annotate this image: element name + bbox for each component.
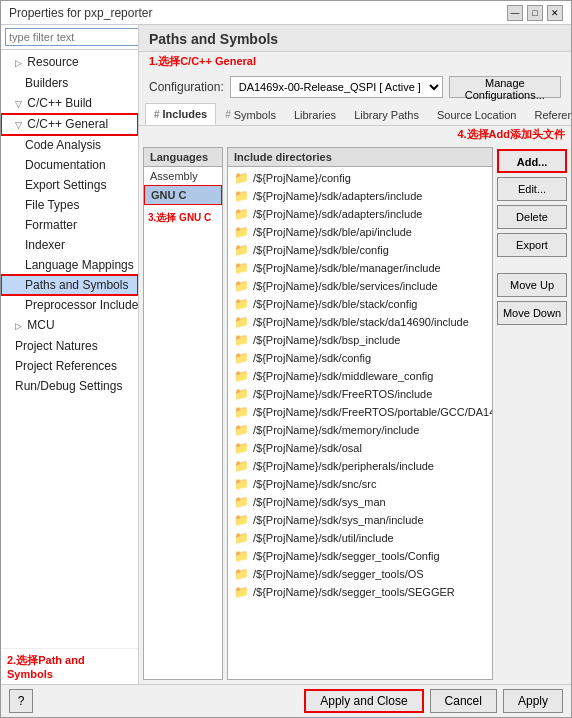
tree-item-formatter[interactable]: Formatter [1,215,138,235]
folder-icon: 📁 [234,206,249,222]
tree-item-paths-and-symbols[interactable]: Paths and Symbols [1,275,138,295]
list-item[interactable]: 📁/${ProjName}/sdk/segger_tools/SEGGER [228,583,492,601]
buttons-panel: Add... Edit... Delete Export Move Up Mov… [497,147,567,680]
tree-item-cpp-build[interactable]: ▽ C/C++ Build [1,93,138,114]
tab-references[interactable]: References [525,104,571,125]
tree-item-cpp-general[interactable]: ▽ C/C++ General [1,114,138,135]
export-button[interactable]: Export [497,233,567,257]
list-item[interactable]: 📁/${ProjName}/sdk/ble/manager/include [228,259,492,277]
tab-symbols[interactable]: # Symbols [216,104,285,125]
tab-includes-label: Includes [163,108,208,120]
list-item[interactable]: 📁/${ProjName}/sdk/osal [228,439,492,457]
list-item[interactable]: 📁/${ProjName}/config [228,169,492,187]
annotation-step2: 2.选择Path and Symbols [1,648,138,684]
tab-libraries[interactable]: Libraries [285,104,345,125]
config-label: Configuration: [149,80,224,94]
main-pane: Languages Assembly GNU C 3.选择 GNU C Incl… [139,143,571,684]
list-item[interactable]: 📁/${ProjName}/sdk/ble/api/include [228,223,492,241]
tree-item-project-references[interactable]: Project References [1,356,138,376]
lang-item-gnu-c[interactable]: GNU C [144,185,222,205]
languages-panel: Languages Assembly GNU C 3.选择 GNU C [143,147,223,680]
annotation-step1: 1.选择C/C++ General [139,52,571,71]
folder-icon: 📁 [234,404,249,420]
list-item[interactable]: 📁/${ProjName}/sdk/util/include [228,529,492,547]
tree-item-preprocessor-include[interactable]: Preprocessor Include [1,295,138,315]
add-button[interactable]: Add... [497,149,567,173]
annotation-step4: 4.选择Add添加头文件 [139,126,571,143]
folder-icon: 📁 [234,188,249,204]
list-item[interactable]: 📁/${ProjName}/sdk/sys_man/include [228,511,492,529]
title-bar: Properties for pxp_reporter — □ ✕ [1,1,571,25]
list-item[interactable]: 📁/${ProjName}/sdk/bsp_include [228,331,492,349]
tab-includes[interactable]: # Includes [145,103,216,125]
includes-panel: Include directories 📁/${ProjName}/config… [227,147,493,680]
apply-button[interactable]: Apply [503,689,563,713]
folder-icon: 📁 [234,296,249,312]
tab-library-paths-label: Library Paths [354,109,419,121]
tree-item-language-mappings[interactable]: Language Mappings [1,255,138,275]
list-item[interactable]: 📁/${ProjName}/sdk/ble/config [228,241,492,259]
list-item[interactable]: 📁/${ProjName}/sdk/segger_tools/Config [228,547,492,565]
folder-icon: 📁 [234,278,249,294]
includes-list: 📁/${ProjName}/config 📁/${ProjName}/sdk/a… [228,167,492,679]
tree-item-mcu[interactable]: ▷ MCU [1,315,138,336]
maximize-button[interactable]: □ [527,5,543,21]
list-item[interactable]: 📁/${ProjName}/sdk/middleware_config [228,367,492,385]
tab-references-label: References [534,109,571,121]
folder-icon: 📁 [234,584,249,600]
delete-button[interactable]: Delete [497,205,567,229]
close-button[interactable]: ✕ [547,5,563,21]
tab-source-location[interactable]: Source Location [428,104,526,125]
folder-icon: 📁 [234,332,249,348]
list-item[interactable]: 📁/${ProjName}/sdk/config [228,349,492,367]
tree-item-run-debug-settings[interactable]: Run/Debug Settings [1,376,138,396]
tree-item-file-types[interactable]: File Types [1,195,138,215]
list-item[interactable]: 📁/${ProjName}/sdk/sys_man [228,493,492,511]
config-row: Configuration: DA1469x-00-Release_QSPI [… [139,71,571,103]
list-item[interactable]: 📁/${ProjName}/sdk/adapters/include [228,205,492,223]
includes-header: Include directories [228,148,492,167]
list-item[interactable]: 📁/${ProjName}/sdk/peripherals/include [228,457,492,475]
tree-item-project-natures[interactable]: Project Natures [1,336,138,356]
list-item[interactable]: 📁/${ProjName}/sdk/ble/stack/da14690/incl… [228,313,492,331]
folder-icon: 📁 [234,422,249,438]
manage-configurations-button[interactable]: Manage Configurations... [449,76,561,98]
symbols-tab-icon: # [225,109,231,120]
tab-library-paths[interactable]: Library Paths [345,104,428,125]
languages-header: Languages [144,148,222,167]
move-down-button[interactable]: Move Down [497,301,567,325]
tree-item-indexer[interactable]: Indexer [1,235,138,255]
tree-item-export-settings[interactable]: Export Settings [1,175,138,195]
tree-item-documentation[interactable]: Documentation [1,155,138,175]
config-select[interactable]: DA1469x-00-Release_QSPI [ Active ] [230,76,443,98]
list-item[interactable]: 📁/${ProjName}/sdk/FreeRTOS/portable/GCC/… [228,403,492,421]
tree-item-builders[interactable]: Builders [1,73,138,93]
list-item[interactable]: 📁/${ProjName}/sdk/FreeRTOS/include [228,385,492,403]
bottom-bar: ? Apply and Close Cancel Apply [1,684,571,717]
properties-window: Properties for pxp_reporter — □ ✕ × ▷ Re… [0,0,572,718]
list-item[interactable]: 📁/${ProjName}/sdk/memory/include [228,421,492,439]
folder-icon: 📁 [234,494,249,510]
panel-title: Paths and Symbols [139,25,571,52]
edit-button[interactable]: Edit... [497,177,567,201]
tree-item-resource[interactable]: ▷ Resource [1,52,138,73]
filter-input[interactable] [5,28,139,46]
folder-icon: 📁 [234,458,249,474]
list-item[interactable]: 📁/${ProjName}/sdk/ble/stack/config [228,295,492,313]
help-button[interactable]: ? [9,689,33,713]
apply-and-close-button[interactable]: Apply and Close [304,689,423,713]
tree-item-code-analysis[interactable]: Code Analysis [1,135,138,155]
folder-icon: 📁 [234,530,249,546]
list-item[interactable]: 📁/${ProjName}/sdk/adapters/include [228,187,492,205]
cancel-button[interactable]: Cancel [430,689,497,713]
list-item[interactable]: 📁/${ProjName}/sdk/segger_tools/OS [228,565,492,583]
list-item[interactable]: 📁/${ProjName}/sdk/ble/services/include [228,277,492,295]
folder-icon: 📁 [234,242,249,258]
window-controls: — □ ✕ [507,5,563,21]
minimize-button[interactable]: — [507,5,523,21]
folder-icon: 📁 [234,260,249,276]
lang-item-assembly[interactable]: Assembly [144,167,222,185]
list-item[interactable]: 📁/${ProjName}/sdk/snc/src [228,475,492,493]
left-panel: × ▷ Resource Builders ▽ C/C++ Build ▽ C/… [1,25,139,684]
move-up-button[interactable]: Move Up [497,273,567,297]
